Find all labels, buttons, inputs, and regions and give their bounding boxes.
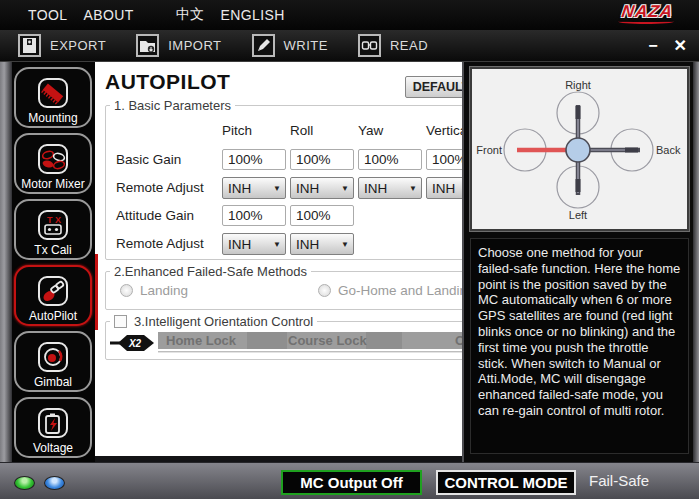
- voltage-icon: [35, 407, 71, 441]
- blue-led: [44, 476, 65, 490]
- sidebar-item-gimbal[interactable]: Gimbal: [14, 331, 92, 392]
- menu-tool[interactable]: TOOL: [28, 7, 67, 23]
- chevron-down-icon: ▼: [341, 240, 353, 249]
- menu-chinese[interactable]: 中文: [176, 6, 205, 24]
- read-button[interactable]: READ: [358, 34, 428, 57]
- motor-mixer-icon: [35, 143, 71, 177]
- diagram-label-right: Right: [565, 79, 591, 91]
- menu-bar: TOOL ABOUT 中文 ENGLISH NAZA: [0, 0, 699, 30]
- radio-go-home-landing[interactable]: Go-Home and Landing: [318, 283, 462, 298]
- toolbar: EXPORT IMPORT WRITE READ − ✕: [0, 30, 699, 62]
- chevron-down-icon: ▼: [273, 184, 285, 193]
- menu-english[interactable]: ENGLISH: [221, 7, 285, 23]
- import-icon: [136, 34, 159, 57]
- autopilot-panel: AUTOPILOT DEFAULT 1. Basic Parameters Pi…: [95, 62, 462, 456]
- tx-cali-icon: T X: [35, 209, 71, 243]
- diagram-label-back: Back: [656, 144, 681, 156]
- radio-landing[interactable]: Landing: [120, 283, 188, 298]
- ioc-checkbox[interactable]: [114, 315, 127, 328]
- ioc-position-bar[interactable]: Home Lock Course Lock OFF: [158, 332, 462, 349]
- chevron-down-icon: ▼: [341, 184, 353, 193]
- window-right-frame: [693, 62, 699, 462]
- green-led: [14, 476, 35, 490]
- ioc-switch-handle[interactable]: X2: [110, 333, 156, 353]
- svg-text:T: T: [47, 215, 53, 225]
- remote-adjust-select[interactable]: INH▼: [222, 177, 286, 199]
- status-bar: MC Output Off CONTROL MODE Fail-Safe: [0, 462, 699, 499]
- radio-circle: [318, 284, 331, 297]
- row-label: Basic Gain: [116, 149, 181, 170]
- remote-adjust-select[interactable]: INH▼: [222, 233, 286, 255]
- svg-text:X2: X2: [128, 338, 142, 349]
- sidebar-item-mounting[interactable]: Mounting: [14, 67, 92, 128]
- column-header: Roll: [290, 123, 313, 138]
- remote-adjust-select[interactable]: INH▼: [290, 177, 354, 199]
- ioc-legend: 3.Intelligent Orientation Control: [110, 314, 317, 329]
- write-button[interactable]: WRITE: [252, 34, 328, 57]
- radio-circle: [120, 284, 133, 297]
- help-text: Choose one method for your failed-safe f…: [470, 238, 689, 454]
- sidebar-item-voltage[interactable]: Voltage: [14, 397, 92, 458]
- ioc-pos-off: OFF: [455, 333, 462, 348]
- close-button[interactable]: ✕: [674, 38, 687, 54]
- row-label: Remote Adjust: [116, 233, 204, 254]
- flight-mode-status: Fail-Safe: [589, 472, 649, 489]
- gain-input[interactable]: [358, 149, 422, 170]
- active-tab-edge: [95, 254, 98, 330]
- remote-adjust-select[interactable]: INH▼: [358, 177, 422, 199]
- chevron-down-icon: ▼: [273, 240, 285, 249]
- column-header: Vertical: [426, 123, 462, 138]
- autopilot-icon: [35, 275, 71, 309]
- ioc-slider-groove: [158, 351, 462, 353]
- gain-input[interactable]: [426, 149, 462, 170]
- svg-text:X: X: [55, 215, 61, 225]
- gimbal-icon: [35, 341, 71, 375]
- select-value: INH: [291, 181, 341, 196]
- content-area: Mounting Motor Mixer T X Tx Cali: [0, 62, 699, 462]
- menu-about[interactable]: ABOUT: [83, 7, 133, 23]
- gain-input[interactable]: [290, 205, 354, 226]
- sidebar-item-tx-cali[interactable]: T X Tx Cali: [14, 199, 92, 260]
- diagram-label-left: Left: [569, 209, 587, 221]
- mounting-icon: [35, 77, 71, 111]
- quadcopter-diagram: Right Front Back Left: [470, 67, 689, 231]
- read-icon: [358, 34, 381, 57]
- row-label: Remote Adjust: [116, 177, 204, 198]
- select-value: INH: [291, 237, 341, 252]
- ioc-pos-course-lock: Course Lock: [288, 333, 367, 348]
- gain-input[interactable]: [222, 205, 286, 226]
- failed-safe-fieldset: 2.Enhanced Failed-Safe Methods Landing G…: [105, 264, 462, 310]
- sidebar: Mounting Motor Mixer T X Tx Cali: [12, 62, 95, 462]
- chevron-down-icon: ▼: [409, 184, 421, 193]
- sidebar-item-autopilot[interactable]: AutoPilot: [14, 265, 92, 326]
- basic-parameters-grid: PitchRollYawVerticalBasic GainRemote Adj…: [110, 115, 462, 255]
- row-label: Attitude Gain: [116, 205, 194, 226]
- import-button[interactable]: IMPORT: [136, 34, 221, 57]
- basic-parameters-legend: 1. Basic Parameters: [110, 98, 235, 113]
- column-header: Yaw: [358, 123, 383, 138]
- ioc-fieldset: 3.Intelligent Orientation Control X2 Hom…: [105, 314, 462, 360]
- minimize-button[interactable]: −: [648, 38, 657, 54]
- write-icon: [252, 34, 275, 57]
- diagram-label-front: Front: [476, 144, 502, 156]
- select-value: INH: [223, 181, 273, 196]
- default-button[interactable]: DEFAULT: [405, 76, 462, 98]
- sidebar-item-motor-mixer[interactable]: Motor Mixer: [14, 133, 92, 194]
- help-panel: Right Front Back Left Cho: [462, 62, 699, 462]
- select-value: INH: [427, 181, 462, 196]
- failed-safe-legend: 2.Enhanced Failed-Safe Methods: [110, 264, 311, 279]
- control-mode-status: CONTROL MODE: [436, 470, 576, 495]
- naza-logo: NAZA: [603, 2, 691, 28]
- window-left-frame: [0, 62, 12, 462]
- remote-adjust-select[interactable]: INH▼: [426, 177, 462, 199]
- export-button[interactable]: EXPORT: [18, 34, 106, 57]
- column-header: Pitch: [222, 123, 252, 138]
- export-icon: [18, 34, 41, 57]
- basic-parameters-fieldset: 1. Basic Parameters PitchRollYawVertical…: [105, 98, 462, 260]
- ioc-pos-home-lock: Home Lock: [166, 333, 236, 348]
- remote-adjust-select[interactable]: INH▼: [290, 233, 354, 255]
- mc-output-status: MC Output Off: [281, 470, 422, 495]
- gain-input[interactable]: [290, 149, 354, 170]
- select-value: INH: [223, 237, 273, 252]
- gain-input[interactable]: [222, 149, 286, 170]
